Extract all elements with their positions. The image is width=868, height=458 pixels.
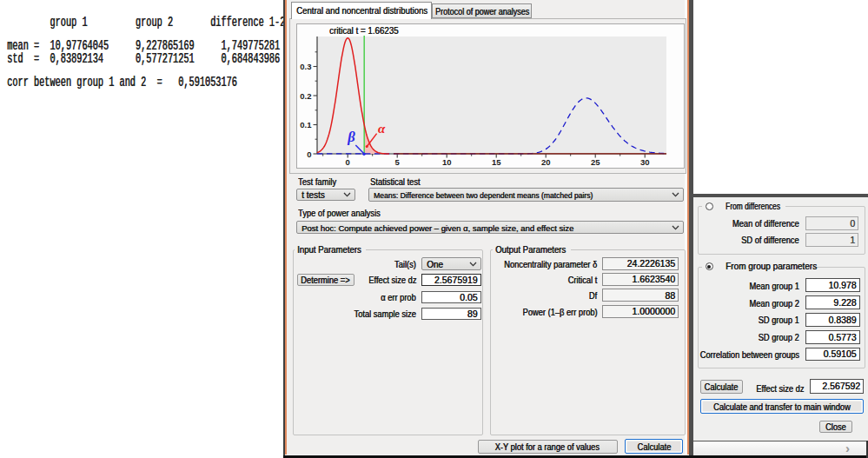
svg-text:0: 0 (307, 149, 311, 159)
svg-text:10: 10 (442, 157, 452, 167)
svg-text:α: α (378, 122, 386, 136)
svg-text:25: 25 (591, 157, 600, 167)
svg-text:0.2: 0.2 (300, 91, 311, 101)
svg-text:15: 15 (492, 157, 501, 167)
svg-text:20: 20 (541, 157, 551, 167)
svg-text:β: β (347, 129, 355, 145)
svg-text:30: 30 (640, 157, 650, 167)
svg-text:0: 0 (346, 157, 350, 167)
svg-text:5: 5 (395, 157, 401, 167)
svg-text:0.3: 0.3 (300, 62, 311, 71)
svg-text:0.1: 0.1 (300, 120, 312, 129)
